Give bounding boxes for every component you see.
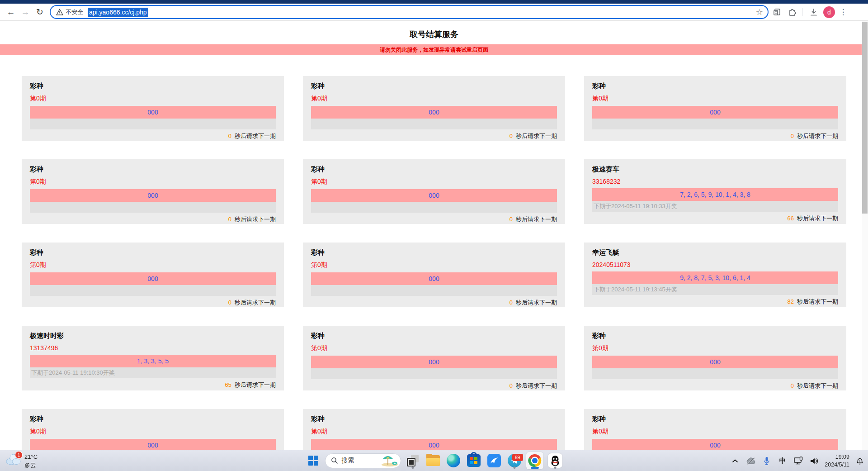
search-highlight-image[interactable] <box>381 455 399 466</box>
lottery-name: 彩种 <box>30 248 276 257</box>
extensions-icon[interactable] <box>786 5 799 19</box>
chrome-button[interactable] <box>526 452 543 469</box>
store-icon <box>467 454 481 467</box>
lottery-name: 彩种 <box>30 82 276 90</box>
lottery-period: 13137496 <box>30 344 276 352</box>
telegram-button[interactable]: 69 <box>506 452 523 469</box>
weather-alert-badge: 1 <box>15 451 23 459</box>
volume-icon[interactable] <box>809 456 820 466</box>
draw-numbers: 000 <box>147 275 158 282</box>
weather-temperature: 21°C <box>24 453 38 461</box>
draw-numbers-bar: 000 <box>311 106 557 119</box>
countdown-seconds: 0 <box>228 216 231 223</box>
lottery-card: 彩种 第0期 000 0秒后请求下一期 <box>22 409 284 450</box>
lottery-card: 彩种 第0期 000 0秒后请求下一期 <box>584 76 846 141</box>
countdown-row: 66秒后请求下一期 <box>592 214 838 223</box>
qq-button[interactable] <box>547 452 564 469</box>
lottery-period: 第0期 <box>30 178 276 186</box>
network-icon[interactable] <box>793 456 804 466</box>
notification-bell-icon[interactable]: z <box>854 456 865 466</box>
lottery-card: 彩种 第0期 000 0秒后请求下一期 <box>22 76 284 141</box>
countdown-seconds: 0 <box>791 133 794 139</box>
scrollbar-thumb[interactable] <box>862 22 868 214</box>
countdown-seconds: 0 <box>509 299 513 306</box>
lottery-name: 彩种 <box>592 332 838 340</box>
thunder-button[interactable] <box>486 452 503 469</box>
lottery-period: 第0期 <box>311 428 557 436</box>
windows-logo-icon <box>308 456 318 466</box>
clock-widget[interactable]: 19:09 2024/5/11 <box>825 453 849 469</box>
forward-button[interactable]: → <box>18 5 33 19</box>
countdown-label: 秒后请求下一期 <box>235 299 276 306</box>
search-placeholder: 搜索 <box>342 457 381 465</box>
draw-numbers-bar: 000 <box>311 272 557 285</box>
lottery-period: 33168232 <box>592 178 838 185</box>
countdown-row: 0秒后请求下一期 <box>30 299 276 307</box>
lottery-period: 第0期 <box>592 95 838 103</box>
page-scrollbar[interactable] <box>862 21 868 450</box>
draw-numbers: 000 <box>147 109 158 116</box>
start-button[interactable] <box>305 452 322 469</box>
onedrive-paused-icon[interactable] <box>745 456 756 466</box>
lottery-period: 第0期 <box>311 261 557 269</box>
back-button[interactable]: ← <box>4 5 18 19</box>
draw-numbers: 000 <box>147 192 158 199</box>
draw-numbers: 000 <box>429 358 439 366</box>
file-explorer-button[interactable] <box>425 452 442 469</box>
lottery-period: 第0期 <box>30 95 276 103</box>
lottery-card: 彩种 第0期 000 0秒后请求下一期 <box>584 326 846 390</box>
page-content: 取号结算服务 请勿关闭此服务，如发现异常请尝试重启页面 彩种 第0期 000 0… <box>0 21 868 450</box>
bookmark-star-icon[interactable]: ☆ <box>756 7 763 17</box>
countdown-row: 0秒后请求下一期 <box>311 382 557 390</box>
lottery-name: 彩种 <box>311 165 557 174</box>
lottery-period: 第0期 <box>311 95 557 103</box>
countdown-seconds: 0 <box>509 382 513 389</box>
draw-numbers: 1, 3, 3, 5, 5 <box>137 357 169 365</box>
tray-date: 2024/5/11 <box>825 461 849 469</box>
tray-time: 19:09 <box>825 453 849 461</box>
taskbar-weather-widget[interactable]: 1 21°C 多云 <box>5 452 38 470</box>
next-draw-bar <box>311 119 557 129</box>
lottery-name: 彩种 <box>311 82 557 90</box>
microphone-icon[interactable] <box>761 456 772 466</box>
profile-avatar[interactable]: d <box>823 6 835 18</box>
lottery-period: 第0期 <box>592 344 838 352</box>
running-indicator <box>554 466 556 469</box>
microsoft-store-button[interactable] <box>465 452 482 469</box>
taskbar-search-box[interactable]: 搜索 <box>325 453 401 468</box>
tray-chevron-up-icon[interactable] <box>730 456 741 466</box>
url-text[interactable]: api.yao666.cc/cj.php <box>88 8 148 17</box>
countdown-seconds: 0 <box>228 299 231 306</box>
next-draw-time: 下期于2024-05-11 19:10:33开奖 <box>592 202 677 210</box>
lottery-card: 彩种 第0期 000 0秒后请求下一期 <box>22 159 284 224</box>
svg-text:z: z <box>859 459 860 462</box>
countdown-seconds: 82 <box>788 298 794 305</box>
countdown-seconds: 0 <box>509 216 513 223</box>
task-view-button[interactable] <box>404 452 421 469</box>
lottery-name: 幸运飞艇 <box>592 248 838 257</box>
lottery-name: 彩种 <box>592 415 838 423</box>
countdown-seconds: 0 <box>791 382 794 389</box>
lottery-card: 彩种 第0期 000 0秒后请求下一期 <box>303 76 565 141</box>
toolbar-separator <box>802 8 802 16</box>
countdown-row: 0秒后请求下一期 <box>592 382 838 390</box>
draw-numbers: 9, 2, 8, 7, 5, 3, 10, 6, 1, 4 <box>680 274 750 281</box>
task-view-icon <box>407 455 419 466</box>
running-indicator <box>513 466 515 469</box>
downloads-icon[interactable] <box>807 5 821 19</box>
side-panel-icon[interactable] <box>770 5 784 19</box>
countdown-label: 秒后请求下一期 <box>797 382 838 389</box>
draw-numbers: 000 <box>429 275 439 282</box>
draw-numbers-bar: 1, 3, 3, 5, 5 <box>30 355 276 367</box>
lottery-card: 彩种 第0期 000 0秒后请求下一期 <box>303 326 565 390</box>
address-bar[interactable]: 不安全 api.yao666.cc/cj.php ☆ <box>50 5 769 19</box>
draw-numbers-bar: 000 <box>30 272 276 285</box>
ime-language-indicator[interactable]: 中 <box>777 456 788 466</box>
countdown-label: 秒后请求下一期 <box>516 382 557 389</box>
active-app-indicator <box>531 467 539 469</box>
reload-button[interactable]: ↻ <box>33 5 47 19</box>
draw-numbers: 000 <box>429 192 439 199</box>
edge-button[interactable] <box>445 452 462 469</box>
next-draw-bar <box>30 202 276 213</box>
browser-menu-icon[interactable]: ⋮ <box>838 7 849 17</box>
